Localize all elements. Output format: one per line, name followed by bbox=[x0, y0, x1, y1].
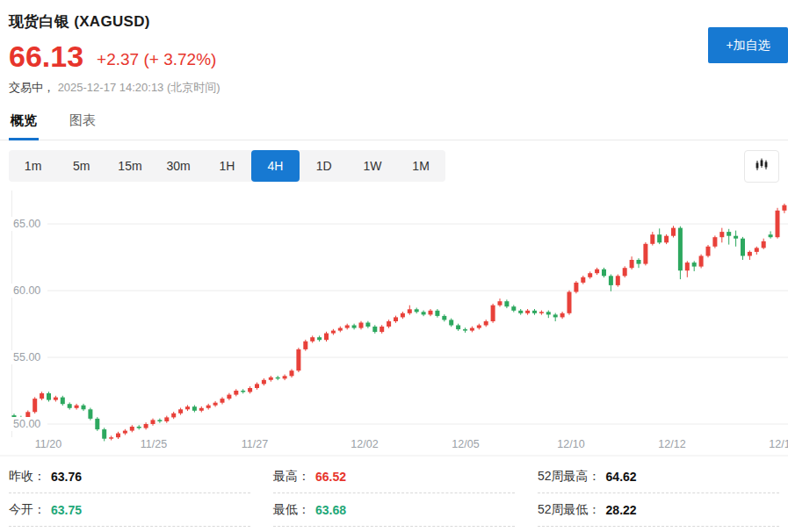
svg-text:12/02: 12/02 bbox=[351, 438, 378, 450]
tab-bar: 概览 图表 bbox=[0, 109, 788, 140]
trading-status: 交易中， bbox=[9, 81, 54, 94]
stat-label: 最高： bbox=[273, 469, 310, 485]
timeframe-4h[interactable]: 4H bbox=[251, 150, 300, 182]
svg-text:12/17: 12/17 bbox=[769, 438, 788, 450]
chart-type-button[interactable] bbox=[744, 150, 779, 183]
stat-label: 52周最高： bbox=[538, 469, 601, 485]
svg-text:12/10: 12/10 bbox=[557, 438, 584, 450]
stat-prev-close: 昨收： 63.76 bbox=[9, 460, 250, 493]
svg-text:65.00: 65.00 bbox=[13, 218, 40, 230]
stat-value: 28.22 bbox=[606, 503, 637, 517]
svg-text:12/12: 12/12 bbox=[658, 438, 685, 450]
stat-52w-high: 52周最高： 64.62 bbox=[538, 460, 779, 493]
stats-grid: 昨收： 63.76 最高： 66.52 52周最高： 64.62 今开： 63.… bbox=[9, 460, 779, 527]
stat-low: 最低： 63.68 bbox=[273, 493, 515, 527]
svg-text:12/05: 12/05 bbox=[452, 438, 479, 450]
timeframe-30m[interactable]: 30m bbox=[155, 150, 203, 182]
page-title: 现货白银 (XAGUSD) bbox=[9, 11, 779, 32]
svg-text:11/20: 11/20 bbox=[35, 438, 61, 450]
stat-52w-low: 52周最低： 28.22 bbox=[538, 493, 779, 527]
svg-text:55.00: 55.00 bbox=[13, 351, 40, 363]
stat-label: 昨收： bbox=[9, 469, 46, 485]
stat-label: 最低： bbox=[273, 502, 310, 518]
timeframe-15m[interactable]: 15m bbox=[105, 150, 154, 182]
price-change: +2.37 (+ 3.72%) bbox=[97, 50, 216, 71]
price-row: 66.13 +2.37 (+ 3.72%) bbox=[9, 41, 779, 71]
stat-label: 52周最低： bbox=[538, 502, 601, 518]
stat-value: 66.52 bbox=[315, 470, 346, 484]
stat-value: 63.75 bbox=[51, 503, 82, 517]
timeframe-1h[interactable]: 1H bbox=[203, 150, 251, 182]
timeframe-1d[interactable]: 1D bbox=[300, 150, 348, 182]
quote-page: 现货白银 (XAGUSD) 66.13 +2.37 (+ 3.72%) 交易中，… bbox=[0, 0, 788, 532]
chart-area: 65.0060.0055.0050.0011/2011/2511/2712/02… bbox=[0, 191, 788, 457]
stat-value: 63.76 bbox=[51, 470, 82, 484]
add-watchlist-button[interactable]: +加自选 bbox=[708, 27, 788, 63]
candlestick-icon bbox=[755, 158, 769, 176]
svg-text:60.00: 60.00 bbox=[13, 284, 40, 297]
quote-header: 现货白银 (XAGUSD) 66.13 +2.37 (+ 3.72%) 交易中，… bbox=[0, 0, 788, 96]
tab-overview[interactable]: 概览 bbox=[9, 109, 39, 140]
stat-open: 今开： 63.75 bbox=[9, 493, 250, 527]
timeframe-5m[interactable]: 5m bbox=[57, 150, 105, 182]
quote-timestamp: 2025-12-17 14:20:13 (北京时间) bbox=[58, 81, 220, 94]
tab-chart[interactable]: 图表 bbox=[68, 109, 98, 140]
timeframe-bar: 1m 5m 15m 30m 1H 4H 1D 1W 1M bbox=[9, 150, 445, 182]
stat-value: 64.62 bbox=[606, 470, 637, 484]
timeframe-1w[interactable]: 1W bbox=[348, 150, 396, 182]
chart-controls: 1m 5m 15m 30m 1H 4H 1D 1W 1M bbox=[9, 150, 779, 183]
current-price: 66.13 bbox=[9, 41, 83, 71]
svg-text:50.00: 50.00 bbox=[13, 418, 40, 430]
timeframe-1m-month[interactable]: 1M bbox=[397, 150, 445, 182]
timeframe-1m[interactable]: 1m bbox=[9, 150, 57, 182]
stat-high: 最高： 66.52 bbox=[273, 460, 515, 493]
stat-value: 63.68 bbox=[315, 503, 346, 517]
stat-label: 今开： bbox=[9, 502, 46, 518]
status-row: 交易中， 2025-12-17 14:20:13 (北京时间) bbox=[9, 80, 779, 96]
svg-text:11/27: 11/27 bbox=[242, 438, 268, 450]
candlestick-chart[interactable]: 65.0060.0055.0050.0011/2011/2511/2712/02… bbox=[0, 191, 788, 457]
svg-text:11/25: 11/25 bbox=[141, 438, 167, 450]
